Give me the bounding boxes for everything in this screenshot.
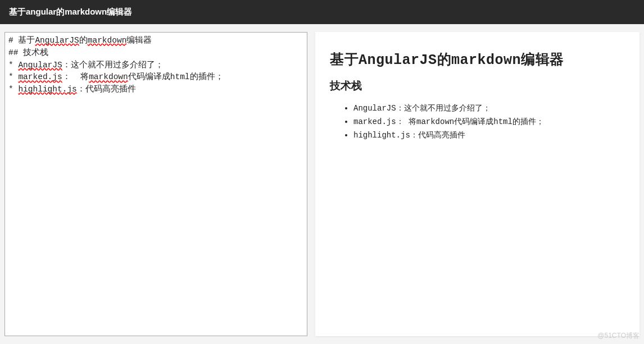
editor-line[interactable]: * highlight.js：代码高亮插件 [8,84,303,96]
markdown-preview: 基于AngularJS的markdown编辑器 技术栈 AngularJS：这个… [315,32,640,336]
editor-line[interactable]: ## 技术栈 [8,47,303,59]
editor-line[interactable]: * AngularJS：这个就不用过多介绍了； [8,59,303,72]
preview-list: AngularJS：这个就不用过多介绍了； marked.js： 将markdo… [330,102,625,142]
app-title: 基于angular的markdown编辑器 [9,7,132,16]
app-header: 基于angular的markdown编辑器 [0,0,644,24]
editor-line[interactable]: # 基于AngularJS的markdown编辑器 [8,35,303,47]
main-container: # 基于AngularJS的markdown编辑器## 技术栈* Angular… [0,24,644,344]
list-item: highlight.js：代码高亮插件 [353,129,625,143]
list-item: marked.js： 将markdown代码编译成html的插件； [353,116,625,129]
preview-heading-2: 技术栈 [330,79,625,93]
editor-line[interactable]: * marked.js： 将markdown代码编译成html的插件； [8,71,303,84]
preview-heading-1: 基于AngularJS的markdown编辑器 [330,50,625,68]
list-item: AngularJS：这个就不用过多介绍了； [353,102,625,116]
markdown-editor[interactable]: # 基于AngularJS的markdown编辑器## 技术栈* Angular… [4,32,307,336]
watermark: @51CTO博客 [597,331,640,341]
